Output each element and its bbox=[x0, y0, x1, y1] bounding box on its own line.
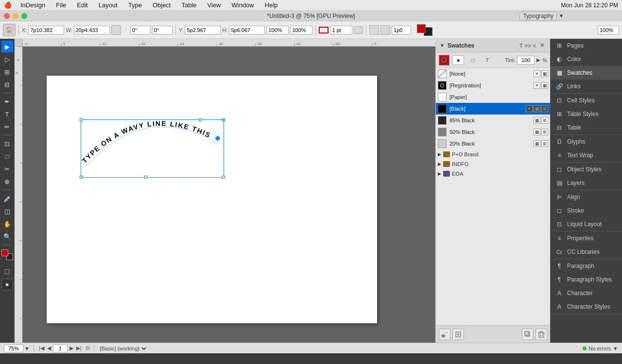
new-swatch-btn[interactable] bbox=[452, 329, 464, 340]
opacity-input[interactable] bbox=[598, 26, 619, 34]
rp-align[interactable]: ⊫ Align bbox=[551, 190, 622, 204]
rp-table[interactable]: ⊟ Table bbox=[551, 121, 622, 134]
swatch-paper[interactable]: [Paper] bbox=[436, 91, 550, 103]
stroke-swatch[interactable] bbox=[319, 27, 328, 33]
workspace-label[interactable]: Typography bbox=[519, 12, 557, 20]
zoom-tool[interactable]: 🔍 bbox=[1, 231, 13, 242]
normal-mode[interactable]: □ bbox=[1, 266, 13, 278]
rp-text-wrap[interactable]: ≡ Text Wrap bbox=[551, 149, 622, 162]
next-page-btn[interactable]: ▶ bbox=[69, 345, 74, 351]
prev-page-btn[interactable]: ◀ bbox=[46, 345, 52, 351]
panel-collapse-arrow[interactable]: ▼ bbox=[440, 43, 445, 48]
rp-liquid-layout[interactable]: ⊡ Liquid Layout bbox=[551, 217, 622, 231]
rp-character[interactable]: A Character bbox=[551, 286, 622, 300]
fill-tool-swatch[interactable] bbox=[1, 249, 8, 256]
zoom-input[interactable] bbox=[4, 345, 23, 352]
last-page-btn[interactable]: ▶| bbox=[75, 345, 83, 351]
menu-help[interactable]: Help bbox=[263, 1, 280, 9]
menu-view[interactable]: View bbox=[206, 1, 223, 9]
rotation-input[interactable] bbox=[130, 26, 151, 34]
tint-input[interactable] bbox=[517, 56, 535, 65]
rp-table-styles[interactable]: ⊞ Table Styles bbox=[551, 107, 622, 121]
maximize-button[interactable] bbox=[21, 13, 27, 19]
workspace-chevron[interactable]: ▼ bbox=[559, 13, 564, 18]
minimize-button[interactable] bbox=[13, 13, 18, 19]
rp-cc-libraries[interactable]: Cc CC Libraries bbox=[551, 245, 622, 259]
stroke-tab[interactable]: □ bbox=[467, 55, 479, 65]
direct-selection-tool[interactable]: ▷ bbox=[1, 53, 13, 65]
page-tool[interactable]: ⊞ bbox=[1, 66, 13, 78]
text-frame[interactable]: TYPE ON A WAVY LINE LIKE THIS bbox=[81, 119, 224, 178]
panel-close-btn[interactable]: ✕ bbox=[538, 41, 546, 50]
fx-button[interactable]: fx bbox=[354, 26, 363, 34]
rp-links[interactable]: 🔗 Links bbox=[551, 80, 622, 93]
scaley-input[interactable] bbox=[290, 26, 312, 34]
eyedropper-tool[interactable]: 💉 bbox=[1, 193, 13, 204]
fill-color-swatch[interactable] bbox=[417, 24, 426, 33]
menu-window[interactable]: Window bbox=[230, 1, 256, 9]
selection-tool[interactable]: ▶ bbox=[1, 41, 13, 52]
rp-stroke[interactable]: ◻ Stroke bbox=[551, 204, 622, 217]
scalex-input[interactable] bbox=[266, 26, 289, 34]
rectangle-frame-tool[interactable]: ⊡ bbox=[1, 138, 13, 149]
group-eoa[interactable]: ▶ EOA bbox=[436, 169, 550, 179]
rp-color[interactable]: ◐ Color bbox=[551, 52, 622, 66]
rp-swatches[interactable]: ▦ Swatches bbox=[551, 66, 622, 80]
page-input[interactable] bbox=[53, 345, 68, 352]
rectangle-tool[interactable]: □ bbox=[1, 150, 13, 162]
gap-tool[interactable]: ⊟ bbox=[1, 79, 13, 90]
panel-options-btn[interactable]: ≡ bbox=[533, 43, 536, 49]
constrain-proportions[interactable]: ⛓ bbox=[111, 25, 121, 35]
swatch-50black[interactable]: 50% Black ▦ ⊞ bbox=[436, 126, 550, 138]
pencil-tool[interactable]: ✏ bbox=[1, 121, 13, 132]
menu-object[interactable]: Object bbox=[151, 1, 173, 9]
swatch-none[interactable]: [None] ✕ ▦ bbox=[436, 68, 550, 80]
new-color-group-btn[interactable] bbox=[439, 329, 450, 340]
columns-input[interactable] bbox=[392, 26, 411, 34]
group-po-brand[interactable]: ▶ P+O Brand bbox=[436, 149, 550, 159]
fill-color-indicator[interactable] bbox=[439, 55, 449, 66]
rp-glyphs[interactable]: Ω Glyphs bbox=[551, 135, 622, 149]
rp-layers[interactable]: ▤ Layers bbox=[551, 176, 622, 190]
shear-input[interactable] bbox=[152, 26, 173, 34]
text-tab[interactable]: T bbox=[482, 55, 493, 65]
apple-menu[interactable]: 🍎 bbox=[4, 1, 12, 9]
page-style-select[interactable]: [Basic] (working) bbox=[98, 345, 148, 352]
align-left[interactable]: ⊫ bbox=[369, 25, 379, 35]
rp-cell-styles[interactable]: ⊡ Cell Styles bbox=[551, 94, 622, 107]
swatch-black[interactable]: [Black] ✕ ▦ ⊞ bbox=[436, 103, 550, 115]
panel-menu-btn[interactable]: T bbox=[519, 43, 523, 49]
menu-indesign[interactable]: InDesign bbox=[18, 1, 47, 9]
fill-tab[interactable]: ■ bbox=[452, 55, 464, 65]
hand-tool[interactable]: ✋ bbox=[1, 218, 13, 230]
h-input[interactable] bbox=[229, 26, 265, 34]
menu-file[interactable]: File bbox=[54, 1, 68, 9]
rp-character-styles[interactable]: A Character Styles bbox=[551, 300, 622, 314]
rp-paragraph[interactable]: ¶ Paragraph bbox=[551, 259, 622, 273]
align-center[interactable]: ⊪ bbox=[380, 25, 390, 35]
rp-object-styles[interactable]: ◻ Object Styles bbox=[551, 163, 622, 176]
x-input[interactable] bbox=[28, 26, 64, 34]
swatch-85black[interactable]: 85% Black ▦ ⊞ bbox=[436, 115, 550, 126]
close-button[interactable] bbox=[4, 13, 10, 19]
free-transform-tool[interactable]: ⊕ bbox=[1, 176, 13, 187]
status-dropdown[interactable]: ▼ bbox=[613, 346, 618, 351]
duplicate-swatch-btn[interactable] bbox=[522, 329, 534, 340]
rp-paragraph-styles[interactable]: ¶ Paragraph Styles bbox=[551, 273, 622, 286]
first-page-btn[interactable]: |◀ bbox=[38, 345, 45, 351]
stroke-weight-input[interactable] bbox=[330, 26, 352, 34]
menu-table[interactable]: Table bbox=[179, 1, 198, 9]
gradient-tool[interactable]: ◫ bbox=[1, 205, 13, 217]
swatch-registration[interactable]: [Registration] ✕ ▦ bbox=[436, 80, 550, 91]
menu-layout[interactable]: Layout bbox=[97, 1, 120, 9]
rp-pages[interactable]: ⊞ Pages bbox=[551, 39, 622, 52]
delete-swatch-btn[interactable] bbox=[536, 329, 547, 340]
y-input[interactable] bbox=[185, 26, 221, 34]
pen-tool[interactable]: ✒ bbox=[1, 96, 13, 107]
zoom-dropdown[interactable]: ▼ bbox=[24, 346, 30, 351]
scissors-tool[interactable]: ✂ bbox=[1, 163, 13, 175]
preview-mode[interactable]: ■ bbox=[1, 279, 13, 290]
rp-properties[interactable]: ≡ Properties bbox=[551, 232, 622, 245]
swatch-20black[interactable]: 20% Black ▦ ⊞ bbox=[436, 138, 550, 149]
preflight-btn[interactable]: ⊙ bbox=[86, 345, 90, 351]
